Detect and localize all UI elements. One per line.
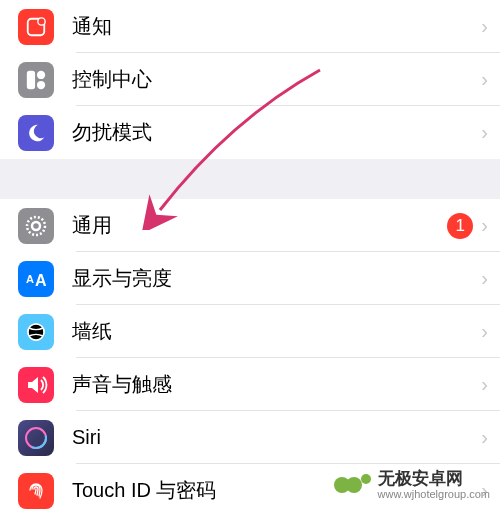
chevron-right-icon: ›	[481, 68, 488, 91]
sounds-icon	[18, 367, 54, 403]
badge-count: 1	[447, 213, 473, 239]
touchid-icon	[18, 473, 54, 509]
watermark-logo-icon	[332, 465, 372, 505]
chevron-right-icon: ›	[481, 15, 488, 38]
svg-rect-2	[27, 70, 35, 88]
row-display-brightness[interactable]: AA 显示与亮度 ›	[0, 252, 500, 305]
chevron-right-icon: ›	[481, 320, 488, 343]
row-label: 通用	[72, 212, 447, 239]
row-notifications[interactable]: 通知 ›	[0, 0, 500, 53]
row-do-not-disturb[interactable]: 勿扰模式 ›	[0, 106, 500, 159]
row-general[interactable]: 通用 1 ›	[0, 199, 500, 252]
chevron-right-icon: ›	[481, 267, 488, 290]
svg-point-3	[37, 70, 45, 78]
display-icon: AA	[18, 261, 54, 297]
row-label: 显示与亮度	[72, 265, 481, 292]
row-wallpaper[interactable]: 墙纸 ›	[0, 305, 500, 358]
chevron-right-icon: ›	[481, 121, 488, 144]
row-control-center[interactable]: 控制中心 ›	[0, 53, 500, 106]
svg-point-5	[27, 217, 45, 235]
dnd-icon	[18, 115, 54, 151]
watermark-url: www.wjhotelgroup.com	[378, 488, 491, 500]
row-sounds-haptics[interactable]: 声音与触感 ›	[0, 358, 500, 411]
chevron-right-icon: ›	[481, 373, 488, 396]
svg-point-14	[361, 474, 371, 484]
row-siri[interactable]: Siri ›	[0, 411, 500, 464]
svg-point-4	[37, 80, 45, 88]
settings-group-1: 通知 › 控制中心 › 勿扰模式 ›	[0, 0, 500, 159]
group-separator	[0, 159, 500, 199]
row-label: 声音与触感	[72, 371, 481, 398]
svg-point-6	[32, 222, 40, 230]
row-label: 控制中心	[72, 66, 481, 93]
gear-icon	[18, 208, 54, 244]
row-label: 墙纸	[72, 318, 481, 345]
watermark: 无极安卓网 www.wjhotelgroup.com	[332, 465, 491, 505]
svg-text:A: A	[35, 272, 47, 289]
watermark-title: 无极安卓网	[378, 470, 491, 489]
control-center-icon	[18, 62, 54, 98]
svg-text:A: A	[26, 273, 34, 285]
row-label: 勿扰模式	[72, 119, 481, 146]
svg-point-13	[346, 477, 362, 493]
row-label: 通知	[72, 13, 481, 40]
chevron-right-icon: ›	[481, 426, 488, 449]
notifications-icon	[18, 9, 54, 45]
chevron-right-icon: ›	[481, 214, 488, 237]
svg-point-1	[38, 17, 45, 24]
siri-icon	[18, 420, 54, 456]
row-label: Siri	[72, 426, 481, 449]
wallpaper-icon	[18, 314, 54, 350]
